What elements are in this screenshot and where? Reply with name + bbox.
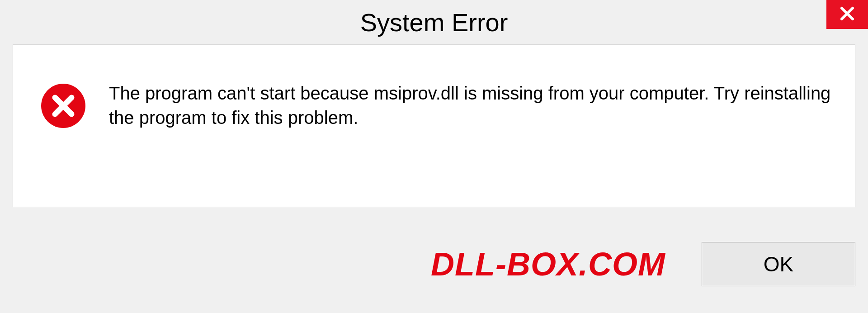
footer-area: DLL-BOX.COM OK — [13, 228, 855, 300]
title-bar: System Error — [0, 0, 868, 44]
watermark-text: DLL-BOX.COM — [431, 246, 665, 283]
close-icon — [839, 5, 855, 24]
dialog-title: System Error — [360, 8, 508, 37]
error-icon — [40, 83, 86, 131]
error-message: The program can't start because msiprov.… — [109, 72, 837, 130]
ok-button[interactable]: OK — [702, 242, 855, 286]
content-panel: The program can't start because msiprov.… — [13, 44, 855, 207]
close-button[interactable] — [826, 0, 868, 29]
